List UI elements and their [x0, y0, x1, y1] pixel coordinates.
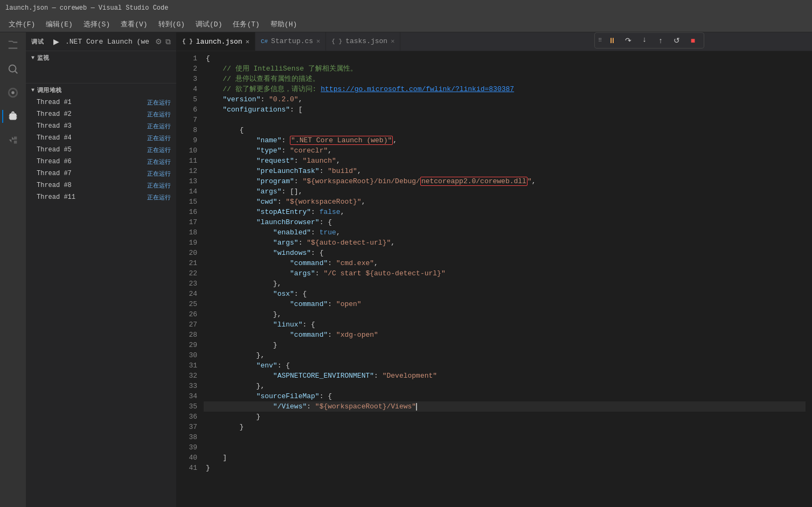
code-line: "preLaunchTask": "build",: [204, 166, 806, 176]
code-line: }: [204, 412, 806, 422]
editor-area: { } launch.json ✕ C# Startup.cs ✕ { } ta…: [177, 32, 812, 507]
tab-startup-cs[interactable]: C# Startup.cs ✕: [255, 32, 326, 51]
code-line: "sourceFileMap": {: [204, 391, 806, 401]
activity-bar: [0, 32, 26, 507]
callstack-section: ▼ 调用堆栈 Thread #1正在运行Thread #2正在运行Thread …: [26, 84, 176, 507]
code-editor[interactable]: { // 使用 IntelliSense 了解相关属性。 // 悬停以查看有属性…: [204, 51, 806, 507]
callstack-header[interactable]: ▼ 调用堆栈: [26, 84, 176, 96]
line-number: 18: [177, 227, 197, 238]
thread-list: Thread #1正在运行Thread #2正在运行Thread #3正在运行T…: [26, 96, 176, 507]
thread-name: Thread #11: [37, 193, 75, 201]
activity-debug-icon[interactable]: [2, 106, 24, 127]
menu-task[interactable]: 任务(T): [228, 18, 263, 30]
tab-tasks-close[interactable]: ✕: [391, 37, 394, 45]
menu-file[interactable]: 文件(F): [4, 18, 39, 30]
watch-header[interactable]: ▼ 监视: [26, 51, 176, 64]
watch-section: ▼ 监视: [26, 51, 176, 84]
tab-tasks-label: tasks.json: [345, 37, 387, 45]
scrollbar[interactable]: [806, 51, 812, 507]
menu-help[interactable]: 帮助(H): [266, 18, 301, 30]
line-numbers: 1234567891011121314151617181920212223242…: [177, 51, 204, 507]
activity-extensions-icon[interactable]: [2, 129, 24, 151]
line-number: 12: [177, 166, 197, 176]
thread-item[interactable]: Thread #11正在运行: [26, 191, 176, 203]
callstack-label: 调用堆栈: [37, 86, 62, 94]
watch-label: 监视: [37, 54, 50, 62]
debug-toolbar: ⠿ ⏸ ↷ ↑ ↑ ↺ ■: [594, 32, 704, 48]
debug-step-out-button[interactable]: ↑: [653, 34, 668, 47]
code-line: // 悬停以查看有属性的描述。: [204, 74, 806, 84]
code-line: // 使用 IntelliSense 了解相关属性。: [204, 64, 806, 74]
code-line: "type": "coreclr",: [204, 145, 806, 156]
thread-item[interactable]: Thread #3正在运行: [26, 120, 176, 132]
toolbar-drag-handle[interactable]: ⠿: [598, 34, 602, 47]
menu-goto[interactable]: 转到(G): [154, 18, 189, 30]
menu-view[interactable]: 查看(V): [116, 18, 151, 30]
line-number: 41: [177, 463, 197, 473]
menu-bar: 文件(F) 编辑(E) 选择(S) 查看(V) 转到(G) 调试(D) 任务(T…: [0, 16, 812, 32]
thread-name: Thread #6: [37, 158, 72, 165]
line-number: 36: [177, 412, 197, 422]
line-number: 34: [177, 391, 197, 401]
code-line: "command": "open": [204, 299, 806, 309]
menu-debug[interactable]: 调试(D): [191, 18, 226, 30]
line-number: 29: [177, 340, 197, 350]
activity-explorer-icon[interactable]: [2, 34, 24, 56]
line-number: 39: [177, 442, 197, 453]
sidebar: 调试 ▶ .NET Core Launch (we ⚙ ⧉ ▼ 监视 ▼ 调用堆…: [26, 32, 177, 507]
debug-gear-button[interactable]: ⚙: [155, 37, 162, 46]
line-number: 4: [177, 84, 197, 94]
code-line: },: [204, 309, 806, 320]
debug-step-into-button[interactable]: ↑: [637, 34, 652, 47]
line-number: 25: [177, 299, 197, 309]
menu-select[interactable]: 选择(S): [79, 18, 114, 30]
line-number: 8: [177, 125, 197, 135]
line-number: 7: [177, 115, 197, 125]
tab-launch-close[interactable]: ✕: [246, 38, 249, 46]
code-line: }: [204, 340, 806, 350]
debug-restart-button[interactable]: ↺: [669, 34, 684, 47]
thread-status: 正在运行: [147, 182, 171, 190]
thread-item[interactable]: Thread #8正在运行: [26, 179, 176, 191]
debug-start-button[interactable]: ▶: [50, 36, 62, 47]
callstack-chevron: ▼: [31, 87, 35, 93]
activity-search-icon[interactable]: [2, 58, 24, 80]
thread-item[interactable]: Thread #1正在运行: [26, 96, 176, 108]
debug-step-over-button[interactable]: ↷: [621, 34, 636, 47]
activity-git-icon[interactable]: [2, 82, 24, 103]
thread-item[interactable]: Thread #2正在运行: [26, 108, 176, 120]
code-line: "name": ".NET Core Launch (web)",: [204, 135, 806, 145]
thread-item[interactable]: Thread #7正在运行: [26, 168, 176, 179]
menu-edit[interactable]: 编辑(E): [41, 18, 77, 30]
code-line: "enabled": true,: [204, 227, 806, 238]
tab-launch-icon: { }: [182, 38, 193, 45]
code-line: {: [204, 53, 806, 64]
code-line: "launchBrowser": {: [204, 217, 806, 227]
thread-status: 正在运行: [147, 158, 171, 166]
code-line: "osx": {: [204, 289, 806, 299]
debug-split-button[interactable]: ⧉: [165, 37, 171, 46]
line-number: 33: [177, 381, 197, 391]
code-line: [204, 442, 806, 453]
debug-config-name: .NET Core Launch (we: [65, 38, 151, 46]
thread-item[interactable]: Thread #5正在运行: [26, 144, 176, 156]
window-title: launch.json — coreweb — Visual Studio Co…: [5, 4, 168, 12]
thread-item[interactable]: Thread #4正在运行: [26, 132, 176, 144]
line-number: 31: [177, 360, 197, 371]
code-line: "/Views": "${workspaceRoot}/Views": [204, 401, 806, 412]
thread-status: 正在运行: [147, 99, 171, 107]
debug-stop-button[interactable]: ■: [685, 34, 700, 47]
tab-tasks-json[interactable]: { } tasks.json ✕: [326, 32, 400, 51]
tab-startup-close[interactable]: ✕: [316, 37, 320, 45]
code-line: "env": {: [204, 360, 806, 371]
line-number: 28: [177, 330, 197, 340]
thread-item[interactable]: Thread #6正在运行: [26, 156, 176, 168]
tab-launch-json[interactable]: { } launch.json ✕: [177, 32, 255, 51]
line-number: 19: [177, 238, 197, 248]
line-number: 11: [177, 156, 197, 166]
watch-chevron: ▼: [31, 55, 35, 61]
debug-pause-button[interactable]: ⏸: [605, 34, 620, 47]
code-line: },: [204, 350, 806, 360]
thread-status: 正在运行: [147, 193, 171, 202]
line-number: 10: [177, 145, 197, 156]
